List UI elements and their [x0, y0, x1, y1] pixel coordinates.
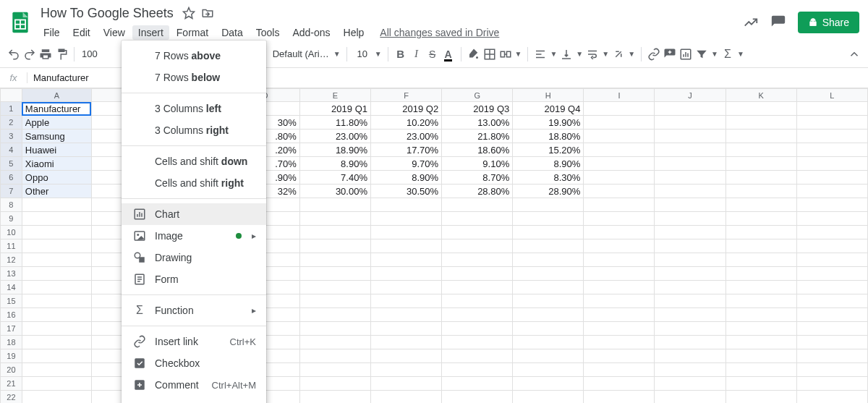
cell-F6[interactable]: 8.90% [370, 171, 441, 184]
cell-K10[interactable] [726, 226, 796, 239]
cell-G20[interactable] [442, 363, 513, 377]
cell-F3[interactable]: 23.00% [370, 130, 441, 143]
cell-G3[interactable]: 21.80% [442, 130, 513, 143]
menu-chart[interactable]: Chart [122, 203, 266, 225]
menu-view[interactable]: View [98, 25, 131, 40]
cell-E4[interactable]: 18.90% [299, 143, 370, 157]
insert-chart-icon[interactable] [679, 48, 692, 61]
cell-J22[interactable] [655, 391, 726, 404]
cell-A12[interactable] [22, 253, 91, 267]
row-header-5[interactable]: 5 [1, 157, 22, 171]
cell-F1[interactable]: 2019 Q2 [370, 102, 441, 116]
cell-J18[interactable] [655, 336, 726, 349]
cell-A1[interactable]: Manufacturer [22, 102, 91, 116]
cell-L6[interactable] [796, 171, 867, 184]
cell-A19[interactable] [22, 349, 91, 363]
cell-I4[interactable] [584, 143, 655, 157]
cell-A3[interactable]: Samsung [22, 130, 91, 143]
cell-J6[interactable] [655, 171, 726, 184]
cell-K22[interactable] [726, 391, 796, 404]
cell-L21[interactable] [796, 377, 867, 391]
menu-cols-right[interactable]: 3 Columns right [122, 119, 266, 141]
cell-E11[interactable] [299, 239, 370, 253]
cell-I7[interactable] [584, 184, 655, 198]
cell-I9[interactable] [584, 212, 655, 226]
cell-G21[interactable] [442, 377, 513, 391]
cell-E12[interactable] [299, 253, 370, 267]
cell-E15[interactable] [299, 294, 370, 308]
cell-I5[interactable] [584, 157, 655, 171]
menu-file[interactable]: File [38, 25, 66, 40]
menu-insert[interactable]: Insert [132, 25, 169, 40]
cell-I3[interactable] [584, 130, 655, 143]
menu-tools[interactable]: Tools [250, 25, 286, 40]
share-button[interactable]: Share [798, 12, 859, 33]
col-header-K[interactable]: K [726, 89, 796, 102]
col-header-E[interactable]: E [299, 89, 370, 102]
sheets-logo[interactable] [6, 8, 35, 37]
cell-K15[interactable] [726, 294, 796, 308]
menu-image[interactable]: Image ▸ [122, 225, 266, 247]
cell-F16[interactable] [370, 308, 441, 322]
menu-addons[interactable]: Add-ons [286, 25, 336, 40]
menu-data[interactable]: Data [216, 25, 249, 40]
col-header-L[interactable]: L [796, 89, 867, 102]
merge-cells-icon[interactable] [499, 48, 512, 61]
cell-H18[interactable] [513, 336, 584, 349]
cell-G8[interactable] [442, 198, 513, 212]
cell-G22[interactable] [442, 391, 513, 404]
cell-I2[interactable] [584, 116, 655, 130]
cell-L14[interactable] [796, 281, 867, 294]
cell-G2[interactable]: 13.00% [442, 116, 513, 130]
insert-comment-icon[interactable] [663, 48, 676, 61]
cell-E17[interactable] [299, 322, 370, 336]
cell-F21[interactable] [370, 377, 441, 391]
cell-L19[interactable] [796, 349, 867, 363]
cell-L22[interactable] [796, 391, 867, 404]
cell-F22[interactable] [370, 391, 441, 404]
cell-L4[interactable] [796, 143, 867, 157]
cell-L5[interactable] [796, 157, 867, 171]
cell-E5[interactable]: 8.90% [299, 157, 370, 171]
text-wrap-icon[interactable] [586, 48, 599, 61]
cell-E6[interactable]: 7.40% [299, 171, 370, 184]
cell-H3[interactable]: 18.80% [513, 130, 584, 143]
cell-J3[interactable] [655, 130, 726, 143]
col-header-J[interactable]: J [655, 89, 726, 102]
cell-A21[interactable] [22, 377, 91, 391]
cell-I19[interactable] [584, 349, 655, 363]
cell-J7[interactable] [655, 184, 726, 198]
cell-G1[interactable]: 2019 Q3 [442, 102, 513, 116]
cell-K12[interactable] [726, 253, 796, 267]
cell-I14[interactable] [584, 281, 655, 294]
cell-A4[interactable]: Huawei [22, 143, 91, 157]
strikethrough-icon[interactable]: S [426, 48, 439, 61]
cell-K6[interactable] [726, 171, 796, 184]
cell-A15[interactable] [22, 294, 91, 308]
cell-A7[interactable]: Other [22, 184, 91, 198]
cell-K2[interactable] [726, 116, 796, 130]
cell-H17[interactable] [513, 322, 584, 336]
row-header-13[interactable]: 13 [1, 267, 22, 281]
cell-H15[interactable] [513, 294, 584, 308]
cell-E3[interactable]: 23.00% [299, 130, 370, 143]
cell-E8[interactable] [299, 198, 370, 212]
cell-K11[interactable] [726, 239, 796, 253]
cell-I6[interactable] [584, 171, 655, 184]
menu-comment[interactable]: Comment Ctrl+Alt+M [122, 374, 266, 396]
row-header-1[interactable]: 1 [1, 102, 22, 116]
cell-F11[interactable] [370, 239, 441, 253]
cell-F9[interactable] [370, 212, 441, 226]
cell-A20[interactable] [22, 363, 91, 377]
cell-G18[interactable] [442, 336, 513, 349]
cell-K9[interactable] [726, 212, 796, 226]
cell-E22[interactable] [299, 391, 370, 404]
collapse-toolbar-icon[interactable] [848, 48, 861, 61]
cell-L8[interactable] [796, 198, 867, 212]
cell-E14[interactable] [299, 281, 370, 294]
cell-A5[interactable]: Xiaomi [22, 157, 91, 171]
cell-J16[interactable] [655, 308, 726, 322]
cell-L2[interactable] [796, 116, 867, 130]
menu-cells-down[interactable]: Cells and shift down [122, 150, 266, 172]
cell-E16[interactable] [299, 308, 370, 322]
